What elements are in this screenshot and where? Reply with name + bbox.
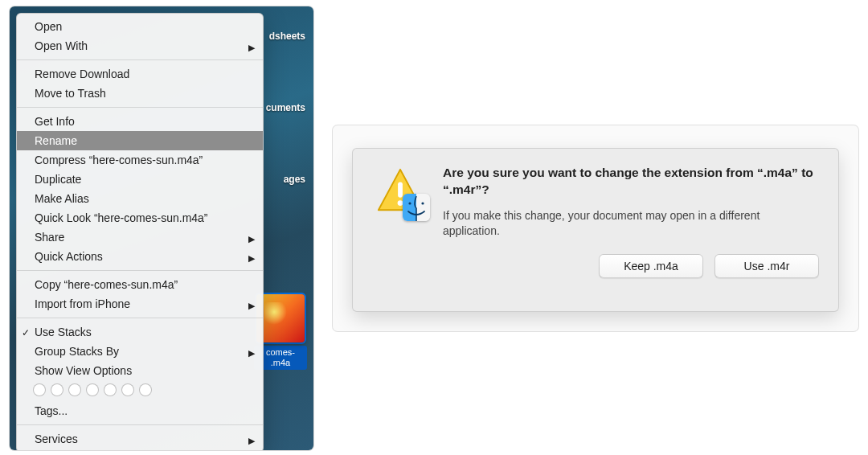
stack-label: cuments xyxy=(259,102,307,113)
menu-use-stacks[interactable]: ✓Use Stacks xyxy=(17,322,263,342)
menu-item-label: Move to Trash xyxy=(35,87,106,100)
menu-item-label: Services xyxy=(35,432,78,445)
menu-item-label: Copy “here-comes-sun.m4a” xyxy=(35,278,178,291)
menu-item-label: Remove Download xyxy=(35,68,129,80)
chevron-right-icon: ▶ xyxy=(248,250,255,266)
menu-item-label: Group Stacks By xyxy=(35,345,119,358)
warning-icon xyxy=(375,166,425,216)
menu-duplicate[interactable]: Duplicate xyxy=(17,170,263,189)
menu-item-label: Show View Options xyxy=(35,364,132,377)
menu-item-label: Tags... xyxy=(35,404,68,417)
menu-item-label: Duplicate xyxy=(35,173,81,186)
use-extension-button[interactable]: Use .m4r xyxy=(714,254,819,278)
context-menu: Open Open With▶ Remove Download Move to … xyxy=(16,13,264,450)
finder-badge-icon xyxy=(403,194,430,221)
tag-dot[interactable] xyxy=(104,383,117,396)
tag-dot[interactable] xyxy=(86,383,99,396)
menu-separator xyxy=(17,59,263,60)
menu-item-label: Get Info xyxy=(35,115,75,128)
menu-item-label: Share xyxy=(35,231,64,244)
menu-rename[interactable]: Rename xyxy=(17,131,263,150)
menu-item-label: Quick Actions xyxy=(35,250,103,263)
menu-separator xyxy=(17,107,263,108)
chevron-right-icon: ▶ xyxy=(248,297,255,314)
svg-rect-1 xyxy=(398,182,403,197)
menu-group-stacks-by[interactable]: Group Stacks By▶ xyxy=(17,342,263,361)
menu-show-view-options[interactable]: Show View Options xyxy=(17,361,263,380)
menu-item-label: Rename xyxy=(35,134,77,147)
tag-dot[interactable] xyxy=(33,383,46,396)
svg-point-4 xyxy=(421,202,424,204)
svg-point-3 xyxy=(408,202,411,204)
menu-services[interactable]: Services▶ xyxy=(17,429,263,449)
tag-color-row xyxy=(17,380,263,401)
menu-copy[interactable]: Copy “here-comes-sun.m4a” xyxy=(17,275,263,294)
dialog-icon-area xyxy=(372,165,428,297)
chevron-right-icon: ▶ xyxy=(248,231,255,247)
menu-separator xyxy=(17,318,263,318)
menu-item-label: Quick Look “here-comes-sun.m4a” xyxy=(35,211,208,224)
dialog-title: Are you sure you want to change the exte… xyxy=(443,165,819,199)
desktop-screenshot: dsheets cuments ages comes- .m4a Open Op… xyxy=(10,6,313,450)
dialog-buttons: Keep .m4a Use .m4r xyxy=(443,254,819,278)
menu-tags[interactable]: Tags... xyxy=(17,401,263,420)
menu-item-label: Make Alias xyxy=(35,192,89,205)
desktop-stacks: dsheets cuments ages xyxy=(259,31,307,185)
menu-move-to-trash[interactable]: Move to Trash xyxy=(17,84,263,103)
chevron-right-icon: ▶ xyxy=(248,345,255,361)
menu-open[interactable]: Open xyxy=(17,17,263,36)
menu-separator xyxy=(17,424,263,425)
tag-dot[interactable] xyxy=(68,383,81,396)
keep-extension-button[interactable]: Keep .m4a xyxy=(599,254,703,278)
menu-quick-actions[interactable]: Quick Actions▶ xyxy=(17,247,263,266)
stack-label: dsheets xyxy=(259,31,307,42)
extension-change-dialog: Are you sure you want to change the exte… xyxy=(352,148,839,312)
menu-remove-download[interactable]: Remove Download xyxy=(17,64,263,84)
menu-compress[interactable]: Compress “here-comes-sun.m4a” xyxy=(17,150,263,170)
tag-dot[interactable] xyxy=(139,383,152,396)
menu-item-label: Open With xyxy=(35,39,88,52)
menu-separator xyxy=(17,270,263,271)
menu-item-label: Open xyxy=(35,20,62,33)
menu-quick-look[interactable]: Quick Look “here-comes-sun.m4a” xyxy=(17,208,263,228)
chevron-right-icon: ▶ xyxy=(248,432,255,449)
dialog-subtext: If you make this change, your document m… xyxy=(443,208,819,240)
tag-dot[interactable] xyxy=(51,383,63,396)
menu-item-label: Use Stacks xyxy=(35,326,92,338)
chevron-right-icon: ▶ xyxy=(248,39,255,55)
dialog-text: Are you sure you want to change the exte… xyxy=(443,165,819,297)
menu-item-label: Import from iPhone xyxy=(35,297,130,310)
menu-make-alias[interactable]: Make Alias xyxy=(17,189,263,208)
stack-label: ages xyxy=(259,174,307,185)
menu-import-from-iphone[interactable]: Import from iPhone▶ xyxy=(17,294,263,314)
checkmark-icon: ✓ xyxy=(22,325,30,341)
tag-dot[interactable] xyxy=(121,383,134,396)
album-art-icon xyxy=(256,294,305,342)
menu-open-with[interactable]: Open With▶ xyxy=(17,36,263,55)
menu-item-label: Compress “here-comes-sun.m4a” xyxy=(35,154,203,166)
menu-get-info[interactable]: Get Info xyxy=(17,112,263,131)
menu-share[interactable]: Share▶ xyxy=(17,228,263,247)
dialog-screenshot: Are you sure you want to change the exte… xyxy=(333,125,858,331)
